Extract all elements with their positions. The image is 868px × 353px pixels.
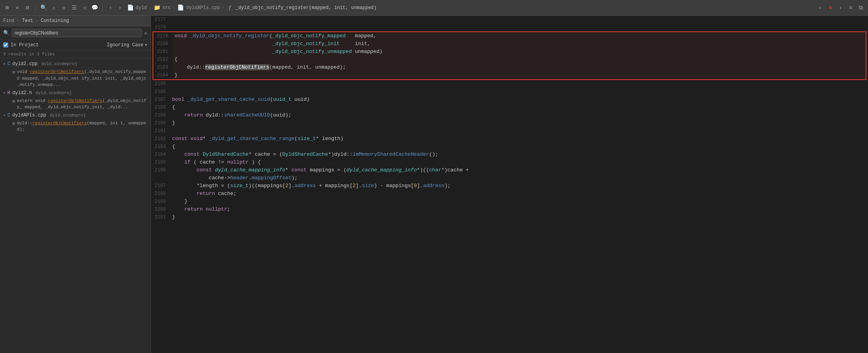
file-header-dyld2h[interactable]: ▾ H dyld2.h dyld.xcodeproj: [0, 89, 151, 97]
prev-issue-button[interactable]: ‹: [816, 4, 824, 12]
code-line-2199: 2199 }: [151, 198, 868, 206]
line-num-2179: 2179: [153, 32, 173, 40]
results-tree: ▾ C dyld2.cpp dyld.xcodeproj ▤ void regi…: [0, 58, 151, 353]
line-content-2186: [171, 88, 868, 96]
code-line-2200: 2200 return nullptr;: [151, 206, 868, 213]
next-issue-button[interactable]: ›: [837, 4, 844, 12]
breadcrumb-sep1: ›: [149, 5, 151, 11]
result-text-2: extern void registerObjCNotifiers(_dyld_…: [17, 98, 147, 111]
file-header-dyldapis[interactable]: ▾ C dyldAPIs.cpp dyld.xcodeproj: [0, 111, 151, 119]
line-content-2187: bool _dyld_get_shared_cache_uuid(uuid_t …: [171, 96, 868, 104]
code-line-2198: 2198 return cache;: [151, 190, 868, 198]
line-content-2194: const DyldSharedCache* cache = (DyldShar…: [171, 151, 868, 158]
case-label: Ignoring Case: [107, 42, 143, 48]
code-area[interactable]: 2177 2178 2179 void _dyld_objc_notify_re…: [151, 16, 868, 353]
find-containing-label[interactable]: Containing: [41, 18, 69, 24]
code-line-2196: 2196 const dyld_cache_mapping_info* cons…: [151, 166, 868, 174]
result-icon-2: ▤: [13, 98, 15, 104]
breadcrumb-func[interactable]: _dyld_objc_notify_register(mapped, init,…: [235, 5, 376, 11]
result-item-3[interactable]: ▤ dyld::registerObjCNotifiers(mapped, in…: [0, 119, 151, 134]
line-content-2190: }: [171, 119, 868, 127]
search-row: 🔍 ✕: [0, 26, 151, 40]
result-icon-3: ▤: [13, 121, 15, 127]
line-content-2191: [171, 127, 868, 135]
line-content-2192: const void* _dyld_get_shared_cache_range…: [171, 135, 868, 143]
file-group-dyldapis: ▾ C dyldAPIs.cpp dyld.xcodeproj ▤ dyld::…: [0, 111, 151, 134]
line-content-2182: {: [173, 56, 866, 64]
line-content-2193: {: [171, 143, 868, 151]
find-text-label[interactable]: Text: [22, 18, 33, 24]
forward-button[interactable]: ›: [116, 4, 124, 12]
code-line-2182: 2182 {: [153, 56, 866, 64]
separator: [35, 4, 36, 12]
toolbar: ⊞ ✕ ⊟ 🔍 ⚠ ◇ ☰ ◁ 💬 ‹ › 📄 dyld › 📁 src › 📄…: [0, 0, 868, 16]
func-icon: ƒ: [226, 4, 234, 12]
code-line-2184: 2184 }: [153, 71, 866, 79]
code-line-2192: 2192 const void* _dyld_get_shared_cache_…: [151, 135, 868, 143]
proj-name-1: dyld.xcodeproj: [41, 62, 77, 66]
line-num-2184: 2184: [153, 71, 173, 79]
editor: 2177 2178 2179 void _dyld_objc_notify_re…: [151, 16, 868, 353]
cpp-icon: 📄: [177, 4, 185, 12]
result-item-2[interactable]: ▤ extern void registerObjCNotifiers(_dyl…: [0, 97, 151, 111]
code-line-2194: 2194 const DyldSharedCache* cache = (Dyl…: [151, 151, 868, 158]
comment-icon[interactable]: 💬: [91, 4, 98, 12]
line-num-2199: 2199: [151, 198, 171, 206]
line-content-2179: void _dyld_objc_notify_register(_dyld_ob…: [173, 32, 866, 40]
file-name-1: dyld2.cpp: [12, 61, 38, 67]
search-clear-button[interactable]: ✕: [144, 30, 147, 36]
line-content-2196: const dyld_cache_mapping_info* const map…: [171, 166, 868, 174]
line-content-2184: }: [173, 71, 866, 79]
line-num-2196: 2196: [151, 166, 171, 174]
case-dropdown[interactable]: Ignoring Case ▾: [107, 42, 147, 48]
save-icon[interactable]: ⊟: [24, 4, 31, 12]
result-text-1: void registerObjCNotifiers(_dyld_objc_no…: [17, 69, 147, 88]
line-content-2185: [171, 80, 868, 88]
code-line-2197: 2197 *length = (size_t)((mappings[2].add…: [151, 182, 868, 190]
separator2: [102, 4, 103, 12]
back-button[interactable]: ‹: [107, 4, 114, 12]
breadcrumb-file[interactable]: dyldAPIs.cpp: [186, 5, 220, 11]
scope-label: In Project: [11, 42, 39, 48]
close-icon[interactable]: ✕: [13, 4, 21, 12]
tag-icon[interactable]: ◁: [80, 4, 88, 12]
code-line-2190: 2190 }: [151, 119, 868, 127]
alert-icon[interactable]: ⚠: [50, 4, 58, 12]
code-line-2196b: cache->header.mappingOffset);: [151, 174, 868, 182]
code-line-2187: 2187 bool _dyld_get_shared_cache_uuid(uu…: [151, 96, 868, 104]
line-content-2177: [171, 16, 868, 24]
menu-button[interactable]: ≡: [847, 4, 855, 12]
grid-icon[interactable]: ⊞: [3, 4, 11, 12]
line-num-2183: 2183: [153, 64, 173, 71]
code-line-2188: 2188 {: [151, 104, 868, 111]
split-view-button[interactable]: ⧉: [857, 4, 865, 12]
result-item-1[interactable]: ▤ void registerObjCNotifiers(_dyld_objc_…: [0, 68, 151, 89]
h-file-icon-2: H: [7, 90, 10, 96]
file-name-3: dyldAPIs.cpp: [12, 113, 46, 118]
line-num-2192: 2192: [151, 135, 171, 143]
breadcrumb-dyld[interactable]: dyld: [136, 5, 147, 11]
scope-checkbox[interactable]: [3, 42, 8, 47]
proj-name-2: dyld.xcodeproj: [36, 91, 72, 95]
line-num-2198: 2198: [151, 190, 171, 198]
search-input[interactable]: [12, 29, 142, 37]
search-icon[interactable]: 🔍: [40, 4, 47, 12]
result-highlight-3: registerObjCNotifiers: [33, 121, 87, 126]
code-line-2178: 2178: [151, 24, 868, 31]
line-num-2197: 2197: [151, 182, 171, 190]
line-content-2200: return nullptr;: [171, 206, 868, 213]
breadcrumb-src[interactable]: src: [162, 5, 171, 11]
code-line-2177: 2177: [151, 16, 868, 24]
line-content-2197: *length = (size_t)((mappings[2].address …: [171, 182, 868, 190]
find-label: Find: [3, 18, 15, 24]
list-icon[interactable]: ☰: [70, 4, 78, 12]
line-num-2185: 2185: [151, 80, 171, 88]
code-line-2191: 2191: [151, 127, 868, 135]
line-num-2177: 2177: [151, 16, 171, 24]
bookmark-icon[interactable]: ◇: [60, 4, 68, 12]
file-header-dyld2cpp[interactable]: ▾ C dyld2.cpp dyld.xcodeproj: [0, 60, 151, 68]
code-line-2181: 2181 _dyld_objc_notify_unmapped unmapped…: [153, 48, 866, 56]
find-sep1: ›: [17, 18, 20, 24]
collapse-triangle-1: ▾: [3, 62, 5, 66]
line-content-2188: {: [171, 104, 868, 111]
